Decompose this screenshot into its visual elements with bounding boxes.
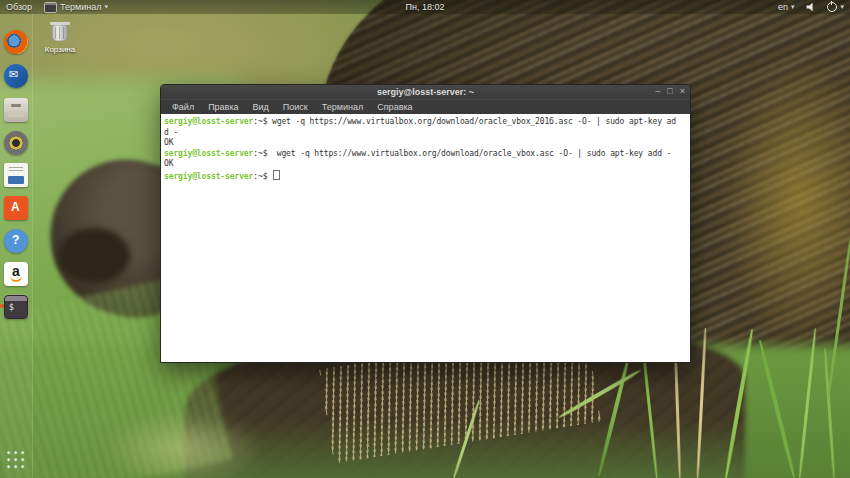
prompt-user: sergiy@losst-server [164, 117, 253, 126]
terminal-line: sergiy@losst-server:~$ wget -q https://w… [164, 149, 687, 160]
app-menu[interactable]: Терминал ▾ [38, 0, 114, 14]
launcher-item-terminal[interactable] [4, 295, 28, 319]
launcher-item-firefox[interactable] [4, 30, 28, 54]
clock[interactable]: Пн, 18:02 [406, 2, 445, 12]
launcher-item-ubuntu-software[interactable] [4, 196, 28, 220]
activities-label: Обзор [6, 0, 32, 14]
terminal-cursor [273, 170, 280, 180]
shotwell-icon [4, 131, 28, 155]
launcher-dock [0, 14, 33, 478]
volume-icon [806, 3, 815, 12]
wallpaper-fur-highlight [720, 50, 850, 350]
menu-help[interactable]: Справка [370, 100, 419, 114]
files-icon [4, 98, 28, 122]
output-text: OK [164, 138, 173, 147]
menu-file[interactable]: Файл [165, 100, 201, 114]
menu-edit[interactable]: Правка [201, 100, 245, 114]
chevron-down-icon: ▾ [104, 0, 108, 14]
activities-button[interactable]: Обзор [0, 0, 38, 14]
keyboard-layout-label: en [778, 0, 788, 14]
menu-terminal[interactable]: Терминал [315, 100, 370, 114]
maximize-button[interactable]: □ [667, 85, 672, 99]
output-text: OK [164, 159, 173, 168]
desktop-icon-trash[interactable]: Корзина [38, 25, 82, 54]
system-indicators: en ▾ ▾ [772, 0, 850, 14]
thunderbird-icon [4, 64, 28, 88]
terminal-icon [4, 295, 28, 319]
libreoffice-writer-icon [4, 163, 28, 187]
close-button[interactable]: × [680, 85, 685, 99]
window-controls: – □ × [655, 85, 685, 99]
terminal-line: OK [164, 159, 687, 170]
system-menu[interactable]: ▾ [821, 0, 850, 14]
terminal-app-icon [44, 2, 57, 13]
wallpaper-pale-tuft [105, 412, 265, 478]
launcher-item-shotwell[interactable] [4, 131, 28, 155]
terminal-line: d - [164, 128, 687, 139]
prompt-user: sergiy@losst-server [164, 149, 253, 158]
trash-label: Корзина [38, 45, 82, 54]
show-apps-grid-icon[interactable] [5, 449, 26, 470]
window-title: sergiy@losst-server: ~ [377, 87, 474, 97]
chevron-down-icon: ▾ [791, 0, 795, 14]
window-titlebar[interactable]: sergiy@losst-server: ~ – □ × [161, 85, 690, 99]
command-text: :~$ wget -q https://www.virtualbox.org/d… [253, 117, 676, 126]
prompt-user: sergiy@losst-server [164, 172, 253, 181]
terminal-content[interactable]: sergiy@losst-server:~$ wget -q https://w… [161, 114, 690, 362]
terminal-line: sergiy@losst-server:~$ wget -q https://w… [164, 117, 687, 128]
desktop-screen: Обзор Терминал ▾ Пн, 18:02 en ▾ ▾ [0, 0, 850, 478]
terminal-line: OK [164, 138, 687, 149]
launcher-item-amazon[interactable] [4, 262, 28, 286]
firefox-icon [4, 30, 28, 54]
keyboard-layout-indicator[interactable]: en ▾ [772, 0, 801, 14]
top-panel: Обзор Терминал ▾ Пн, 18:02 en ▾ ▾ [0, 0, 850, 14]
chevron-down-icon: ▾ [840, 0, 844, 14]
help-icon [4, 229, 28, 253]
launcher-item-thunderbird[interactable] [4, 64, 28, 88]
ubuntu-software-icon [4, 196, 28, 220]
launcher-item-files[interactable] [4, 98, 28, 122]
launcher-item-help[interactable] [4, 229, 28, 253]
prompt-suffix: :~$ [253, 172, 272, 181]
terminal-window: sergiy@losst-server: ~ – □ × Файл Правка… [160, 84, 691, 363]
terminal-line: sergiy@losst-server:~$ [164, 170, 687, 183]
command-text: :~$ wget -q https://www.virtualbox.org/d… [253, 149, 671, 158]
clock-container: Пн, 18:02 [0, 2, 850, 12]
trash-icon [52, 25, 68, 41]
minimize-button[interactable]: – [655, 85, 660, 99]
power-icon [827, 2, 837, 12]
window-menubar: Файл Правка Вид Поиск Терминал Справка [161, 99, 690, 114]
volume-indicator[interactable] [800, 0, 821, 14]
app-menu-label: Терминал [60, 0, 101, 14]
amazon-icon [4, 262, 28, 286]
launcher-item-libreoffice-writer[interactable] [4, 163, 28, 187]
wallpaper-boar-nose [58, 228, 130, 283]
command-text: d - [164, 128, 178, 137]
menu-view[interactable]: Вид [246, 100, 276, 114]
menu-search[interactable]: Поиск [276, 100, 315, 114]
